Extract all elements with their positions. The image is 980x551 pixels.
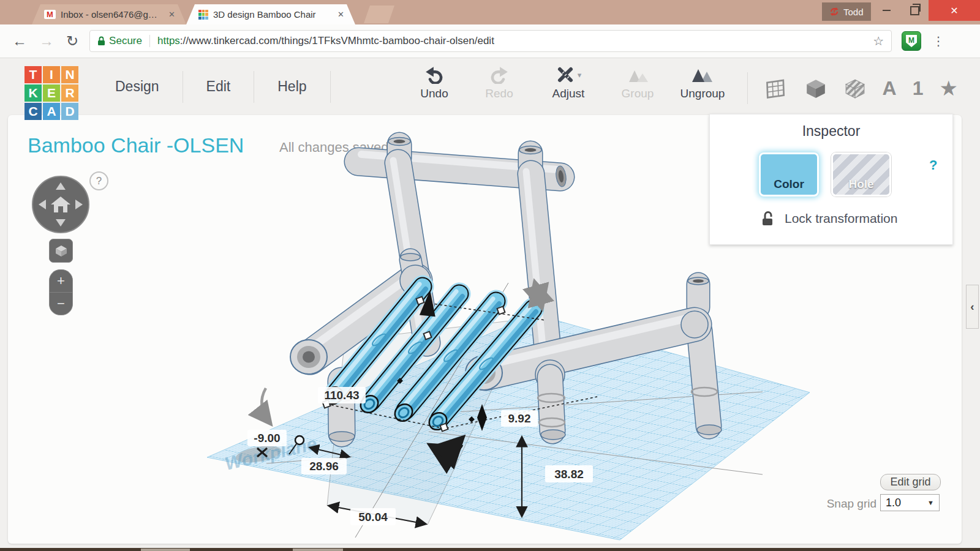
pan-down-icon[interactable]	[56, 219, 66, 227]
tinkercad-favicon-icon	[198, 10, 208, 20]
menu-edit[interactable]: Edit	[183, 78, 254, 95]
scale-handle[interactable]	[497, 307, 505, 315]
lock-transformation-toggle[interactable]: Lock transformation	[760, 210, 897, 227]
snap-grid-select[interactable]: 1.0 ▼	[880, 494, 940, 511]
solid-box-tool-icon[interactable]	[804, 77, 827, 99]
collapse-panel-tab[interactable]: ‹	[966, 285, 979, 329]
tab-gmail[interactable]: M Inbox - olsen6476@gmai ✕	[32, 4, 186, 24]
rotate-handle-arrow-faint[interactable]	[262, 388, 270, 422]
group-button[interactable]: Group	[612, 66, 663, 100]
chevron-left-icon: ‹	[970, 300, 974, 313]
url-field[interactable]: Secure https://www.tinkercad.com/things/…	[89, 30, 892, 52]
edit-tools: Undo Redo ▾ Adjust Group	[409, 66, 728, 100]
pan-right-icon[interactable]	[75, 200, 83, 209]
dim-width: 50.04	[350, 508, 396, 525]
back-icon[interactable]: ←	[12, 32, 27, 50]
divider	[330, 71, 331, 103]
bookmark-star-icon[interactable]: ☆	[873, 34, 884, 48]
taskbar-item	[141, 549, 190, 551]
scale-handle[interactable]	[424, 332, 432, 340]
svg-text:110.43: 110.43	[324, 389, 359, 402]
chevron-down-icon: ▼	[927, 499, 934, 506]
dim-depth: 28.96	[301, 458, 347, 474]
home-view-icon[interactable]	[50, 195, 71, 214]
tab-title: Inbox - olsen6476@gmai	[61, 9, 161, 20]
padlock-icon	[97, 36, 105, 46]
svg-text:9.92: 9.92	[508, 412, 531, 425]
logo-tile: I	[43, 66, 60, 83]
edit-grid-button[interactable]: Edit grid	[880, 474, 941, 490]
svg-text:50.04: 50.04	[358, 511, 388, 523]
hole-swatch[interactable]: Hole	[831, 152, 891, 197]
security-chip[interactable]: Secure	[97, 35, 142, 47]
orbit-navigation-pad[interactable]	[32, 176, 89, 233]
browser-menu-icon[interactable]: ⋮	[932, 34, 944, 48]
ungroup-button[interactable]: Ungroup	[677, 66, 728, 100]
profile-sync-button[interactable]: Todd	[822, 2, 871, 21]
zoom-out-button[interactable]: −	[50, 293, 72, 315]
dim-height: 38.82	[545, 465, 593, 482]
open-padlock-icon	[760, 210, 776, 227]
tool-label: Ungroup	[680, 87, 725, 100]
pan-up-icon[interactable]	[56, 182, 66, 190]
pan-left-icon[interactable]	[39, 200, 46, 209]
text-tool-icon[interactable]: A	[883, 77, 897, 100]
logo-tile: N	[61, 66, 78, 83]
logo-tile: A	[43, 103, 60, 120]
inspector-title: Inspector	[710, 123, 952, 140]
menu-help[interactable]: Help	[254, 78, 330, 95]
group-icon	[624, 66, 651, 84]
hole-box-tool-icon[interactable]	[843, 77, 867, 99]
new-tab-button[interactable]	[364, 6, 394, 23]
redo-button[interactable]: Redo	[474, 66, 524, 100]
extension-icon[interactable]: M	[902, 31, 921, 51]
address-bar: ← → ↻ Secure https://www.tinkercad.com/t…	[0, 24, 980, 58]
workplane-tool-icon[interactable]	[764, 76, 788, 100]
sync-error-icon	[829, 7, 839, 17]
zoom-in-button[interactable]: +	[50, 270, 72, 293]
tool-label: Group	[622, 87, 654, 100]
menu-bar: Design Edit Help	[92, 58, 331, 115]
adjust-icon	[556, 66, 575, 84]
zoom-controls: + −	[49, 269, 73, 315]
svg-text:28.96: 28.96	[309, 460, 339, 473]
viewcube-help-icon[interactable]: ?	[89, 171, 108, 190]
scale-handle[interactable]	[417, 297, 424, 305]
taskbar-edge	[0, 548, 980, 551]
menu-design[interactable]: Design	[92, 78, 183, 95]
dim-offset: -9.00	[247, 430, 287, 446]
snap-grid-label: Snap grid	[815, 497, 876, 511]
logo-tile: C	[24, 103, 42, 120]
logo-tile: R	[61, 84, 78, 102]
tinkercad-logo[interactable]: T I N K E R C A D	[24, 66, 78, 120]
hole-label: Hole	[848, 178, 873, 191]
restore-icon	[910, 6, 919, 15]
adjust-button[interactable]: ▾ Adjust	[539, 66, 598, 100]
page-url: https://www.tinkercad.com/things/1TFksVM…	[157, 35, 494, 47]
minimize-button[interactable]	[872, 0, 900, 21]
inspector-help-link[interactable]: ?	[929, 157, 937, 173]
number-tool-icon[interactable]: 1	[913, 77, 924, 100]
logo-tile: T	[24, 66, 42, 83]
adjust-caret-icon: ▾	[578, 70, 582, 80]
color-swatch[interactable]: Color	[759, 152, 819, 197]
reload-icon[interactable]: ↻	[66, 32, 78, 50]
fit-view-button[interactable]	[49, 239, 73, 263]
undo-icon	[424, 66, 445, 84]
undo-button[interactable]: Undo	[409, 66, 459, 100]
tab-tinkercad[interactable]: 3D design Bamboo Chair ✕	[186, 4, 355, 24]
restore-button[interactable]	[900, 0, 929, 21]
logo-tile: D	[61, 103, 78, 120]
scale-handle[interactable]	[440, 424, 448, 432]
tool-label: Redo	[485, 87, 513, 100]
star-tool-icon[interactable]: ★	[940, 76, 958, 100]
svg-text:-9.00: -9.00	[254, 432, 280, 444]
tab-title: 3D design Bamboo Chair	[213, 9, 330, 20]
forward-icon[interactable]: →	[39, 32, 54, 50]
profile-name: Todd	[843, 7, 864, 17]
tab-close-icon[interactable]: ✕	[166, 9, 178, 20]
tab-close-icon[interactable]: ✕	[335, 9, 347, 20]
design-canvas[interactable]: Bamboo Chair -OLSEN All changes saved Wo	[8, 115, 962, 544]
close-window-button[interactable]: ✕	[929, 0, 980, 21]
cube-icon	[55, 244, 68, 258]
